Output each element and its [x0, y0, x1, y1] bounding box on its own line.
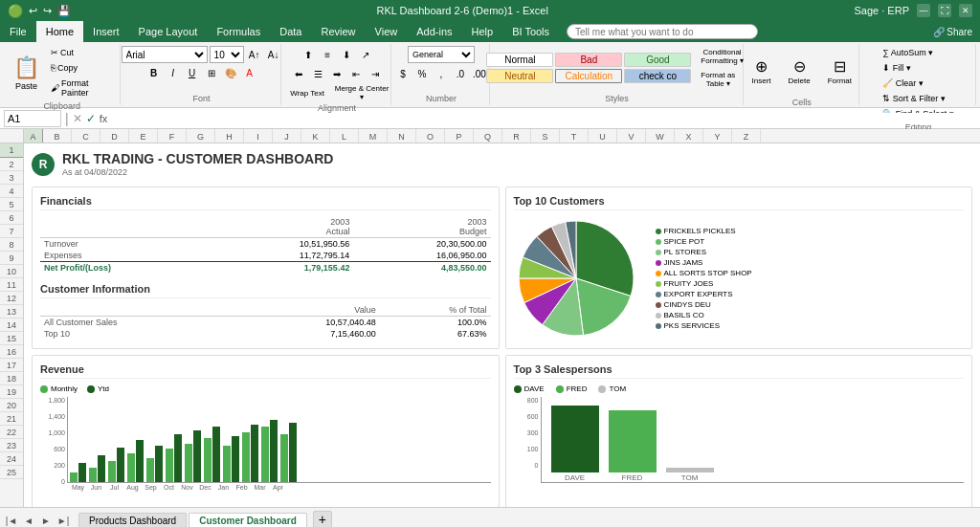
- tab-formulas[interactable]: Formulas: [207, 21, 270, 42]
- border-button[interactable]: ⊞: [203, 64, 220, 81]
- row-14[interactable]: 14: [0, 318, 23, 332]
- row-1[interactable]: 1: [0, 143, 23, 158]
- formula-confirm-btn[interactable]: ✓: [86, 112, 96, 125]
- formula-cancel-btn[interactable]: ✕: [73, 112, 82, 125]
- col-K[interactable]: K: [301, 129, 330, 143]
- col-T[interactable]: T: [560, 129, 589, 143]
- tab-review[interactable]: Review: [311, 21, 365, 42]
- insert-btn[interactable]: ⊕ Insert: [746, 46, 778, 96]
- format-painter-button[interactable]: 🖌 Format Painter: [47, 77, 116, 99]
- paste-button[interactable]: 📋 Paste: [8, 48, 45, 98]
- col-J[interactable]: J: [273, 129, 301, 143]
- sheet-nav-prev[interactable]: ◄: [21, 513, 36, 527]
- italic-button[interactable]: I: [165, 64, 182, 81]
- col-O[interactable]: O: [416, 129, 445, 143]
- wrap-text-btn[interactable]: Wrap Text: [283, 84, 331, 101]
- row-11[interactable]: 11: [0, 278, 23, 292]
- sheet-nav-first[interactable]: |◄: [4, 513, 19, 527]
- row-12[interactable]: 12: [0, 292, 23, 305]
- comma-btn[interactable]: ,: [433, 65, 450, 82]
- conditional-formatting-btn[interactable]: ConditionalFormatting ▾: [697, 46, 746, 67]
- maximize-btn[interactable]: ⛶: [938, 4, 951, 17]
- col-A[interactable]: A: [24, 129, 43, 143]
- row-13[interactable]: 13: [0, 305, 23, 318]
- row-22[interactable]: 22: [0, 426, 23, 439]
- col-B[interactable]: B: [43, 129, 72, 143]
- copy-button[interactable]: ⎘ Copy: [47, 61, 116, 75]
- ribbon-search-input[interactable]: [567, 24, 758, 39]
- underline-button[interactable]: U: [184, 64, 201, 81]
- row-2[interactable]: 2: [0, 158, 23, 171]
- row-16[interactable]: 16: [0, 345, 23, 359]
- col-U[interactable]: U: [589, 129, 617, 143]
- font-decrease-btn[interactable]: A↓: [265, 46, 282, 63]
- row-20[interactable]: 20: [0, 399, 23, 412]
- minimize-btn[interactable]: —: [917, 4, 930, 17]
- close-btn[interactable]: ✕: [959, 4, 972, 17]
- style-calculation-btn[interactable]: Calculation: [555, 69, 622, 83]
- sheet-nav-next[interactable]: ►: [38, 513, 54, 527]
- row-24[interactable]: 24: [0, 452, 23, 466]
- col-S[interactable]: S: [531, 129, 560, 143]
- align-top-btn[interactable]: ⬆: [300, 46, 317, 63]
- row-6[interactable]: 6: [0, 211, 23, 225]
- font-family-select[interactable]: Arial: [122, 46, 208, 63]
- align-left-btn[interactable]: ⬅: [290, 65, 307, 82]
- percent-btn[interactable]: %: [413, 65, 431, 82]
- align-center-btn[interactable]: ☰: [309, 65, 326, 82]
- decimal-dec-btn[interactable]: .00: [471, 65, 488, 82]
- style-neutral-btn[interactable]: Neutral: [486, 69, 553, 83]
- clear-btn[interactable]: 🧹 Clear ▾: [879, 77, 958, 90]
- tab-bitools[interactable]: BI Tools: [502, 21, 559, 42]
- row-8[interactable]: 8: [0, 238, 23, 252]
- col-I[interactable]: I: [244, 129, 273, 143]
- font-color-button[interactable]: A: [241, 64, 258, 81]
- style-normal-btn[interactable]: Normal: [486, 53, 553, 67]
- col-Q[interactable]: Q: [474, 129, 502, 143]
- style-bad-btn[interactable]: Bad: [555, 53, 622, 67]
- col-P[interactable]: P: [445, 129, 474, 143]
- tab-data[interactable]: Data: [270, 21, 311, 42]
- col-R[interactable]: R: [502, 129, 531, 143]
- decimal-inc-btn[interactable]: .0: [452, 65, 469, 82]
- col-Y[interactable]: Y: [703, 129, 732, 143]
- tab-products-dashboard[interactable]: Products Dashboard: [78, 513, 187, 527]
- autosum-btn[interactable]: ∑ AutoSum ▾: [879, 46, 958, 59]
- number-format-select[interactable]: General: [408, 46, 475, 63]
- col-V[interactable]: V: [617, 129, 646, 143]
- col-M[interactable]: M: [359, 129, 388, 143]
- align-middle-btn[interactable]: ≡: [319, 46, 336, 63]
- cut-button[interactable]: ✂ Cut: [47, 46, 116, 59]
- tab-file[interactable]: File: [0, 21, 36, 42]
- quick-access-save[interactable]: 💾: [57, 5, 71, 17]
- tab-view[interactable]: View: [366, 21, 408, 42]
- col-E[interactable]: E: [129, 129, 158, 143]
- col-W[interactable]: W: [646, 129, 675, 143]
- font-size-select[interactable]: 10: [210, 46, 244, 63]
- row-19[interactable]: 19: [0, 385, 23, 399]
- row-10[interactable]: 10: [0, 265, 23, 278]
- sort-filter-btn[interactable]: ⇅ Sort & Filter ▾: [879, 92, 958, 105]
- quick-access-redo[interactable]: ↪: [43, 5, 52, 17]
- row-4[interactable]: 4: [0, 185, 23, 198]
- col-N[interactable]: N: [388, 129, 416, 143]
- fill-btn[interactable]: ⬇ Fill ▾: [879, 61, 958, 75]
- col-C[interactable]: C: [72, 129, 100, 143]
- row-17[interactable]: 17: [0, 359, 23, 372]
- align-right-btn[interactable]: ➡: [328, 65, 345, 82]
- tab-customer-dashboard[interactable]: Customer Dashboard: [189, 513, 307, 527]
- row-7[interactable]: 7: [0, 225, 23, 238]
- col-F[interactable]: F: [158, 129, 187, 143]
- row-18[interactable]: 18: [0, 372, 23, 385]
- fill-color-button[interactable]: 🎨: [222, 64, 239, 81]
- formula-insert-fn-btn[interactable]: fx: [100, 113, 108, 124]
- font-increase-btn[interactable]: A↑: [246, 46, 263, 63]
- cell-reference-input[interactable]: A1: [4, 110, 61, 127]
- row-23[interactable]: 23: [0, 439, 23, 452]
- wrap-angle-btn[interactable]: ↗: [357, 46, 374, 63]
- tab-addins[interactable]: Add-ins: [407, 21, 461, 42]
- quick-access-undo[interactable]: ↩: [29, 5, 37, 17]
- col-H[interactable]: H: [215, 129, 244, 143]
- col-L[interactable]: L: [330, 129, 359, 143]
- col-G[interactable]: G: [187, 129, 215, 143]
